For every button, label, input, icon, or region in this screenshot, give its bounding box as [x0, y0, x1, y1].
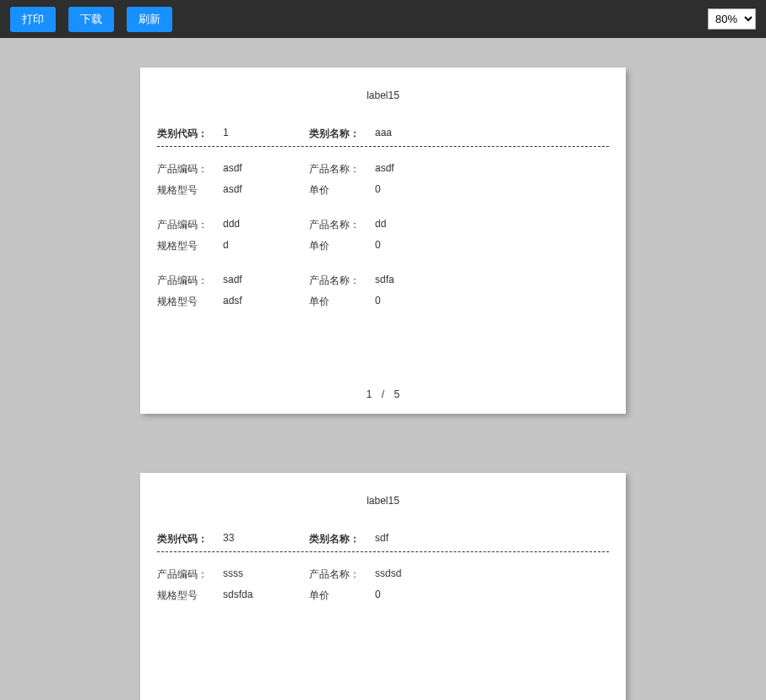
price-value: 0: [375, 183, 381, 198]
product-name-value: sdfa: [375, 274, 394, 288]
page-viewport[interactable]: label15 类别代码： 1 类别名称： aaa 产品编码： asdf 产品名…: [0, 38, 766, 700]
download-button[interactable]: 下载: [68, 7, 114, 32]
price-label: 单价: [309, 589, 375, 603]
product-name-label: 产品名称：: [309, 218, 375, 232]
price-value: 0: [375, 589, 381, 603]
product-code-value: ssss: [223, 567, 309, 582]
category-name-value: aaa: [375, 127, 392, 141]
spec-value: adsf: [223, 295, 309, 309]
product-block: 产品编码： ddd 产品名称： dd 规格型号 d 单价 0: [157, 218, 609, 253]
category-row: 类别代码： 1 类别名称： aaa: [157, 127, 609, 147]
product-code-label: 产品编码：: [157, 567, 223, 582]
page-separator: /: [382, 388, 384, 400]
category-name-label: 类别名称：: [309, 127, 375, 141]
product-name-label: 产品名称：: [309, 274, 375, 288]
report-page: label15 类别代码： 1 类别名称： aaa 产品编码： asdf 产品名…: [140, 68, 626, 414]
product-code-value: asdf: [223, 162, 309, 176]
page-footer: 1 / 5: [140, 388, 626, 400]
page-number: 1: [367, 388, 372, 400]
price-label: 单价: [309, 239, 375, 253]
report-page: label15 类别代码： 33 类别名称： sdf 产品编码： ssss 产品…: [140, 473, 626, 700]
product-code-value: sadf: [223, 274, 309, 288]
product-block: 产品编码： sadf 产品名称： sdfa 规格型号 adsf 单价 0: [157, 274, 609, 309]
page-title: label15: [157, 495, 609, 507]
spec-label: 规格型号: [157, 239, 223, 253]
price-label: 单价: [309, 295, 375, 309]
product-block: 产品编码： ssss 产品名称： ssdsd 规格型号 sdsfda 单价 0: [157, 567, 609, 603]
category-code-value: 1: [223, 127, 309, 141]
price-label: 单价: [309, 183, 375, 198]
product-name-label: 产品名称：: [309, 567, 375, 582]
product-code-label: 产品编码：: [157, 218, 223, 232]
spec-value: asdf: [223, 183, 309, 198]
product-code-value: ddd: [223, 218, 309, 232]
product-name-label: 产品名称：: [309, 162, 375, 176]
spec-value: sdsfda: [223, 589, 309, 603]
spec-value: d: [223, 239, 309, 253]
category-name-label: 类别名称：: [309, 532, 375, 546]
category-name-value: sdf: [375, 532, 388, 546]
refresh-button[interactable]: 刷新: [127, 7, 172, 32]
category-code-value: 33: [223, 532, 309, 546]
spec-label: 规格型号: [157, 183, 223, 198]
spec-label: 规格型号: [157, 589, 223, 603]
category-row: 类别代码： 33 类别名称： sdf: [157, 532, 609, 552]
page-title: label15: [157, 90, 609, 101]
product-name-value: dd: [375, 218, 386, 232]
zoom-select[interactable]: 80%: [708, 8, 756, 30]
page-total: 5: [394, 388, 400, 400]
print-button[interactable]: 打印: [10, 7, 56, 32]
price-value: 0: [375, 239, 381, 253]
product-name-value: ssdsd: [375, 567, 401, 582]
product-name-value: asdf: [375, 162, 394, 176]
price-value: 0: [375, 295, 381, 309]
product-block: 产品编码： asdf 产品名称： asdf 规格型号 asdf 单价 0: [157, 162, 609, 198]
category-code-label: 类别代码：: [157, 532, 223, 546]
toolbar: 打印 下载 刷新 80%: [0, 0, 766, 38]
spec-label: 规格型号: [157, 295, 223, 309]
product-code-label: 产品编码：: [157, 274, 223, 288]
category-code-label: 类别代码：: [157, 127, 223, 141]
product-code-label: 产品编码：: [157, 162, 223, 176]
